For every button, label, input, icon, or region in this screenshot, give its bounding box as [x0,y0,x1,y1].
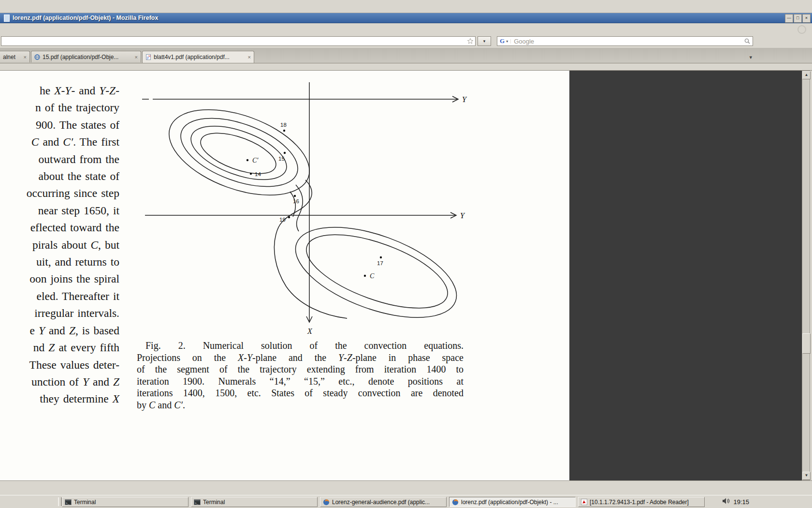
lorenz-figure: Y Y X 1815C′14161917C [135,76,493,340]
attractor-connector [274,180,347,318]
text-line: about the state of [0,168,119,185]
trajectory-point [380,256,382,258]
bookmark-star-icon[interactable] [467,38,474,46]
tab-close-icon[interactable]: × [135,54,138,60]
attractor-loop [196,125,281,182]
browser-content: he X-Y- and Y-Z-n of the trajectory900. … [0,71,802,480]
point-label: 16 [293,198,299,204]
search-placeholder[interactable]: Google [511,38,744,45]
point-label: C′ [252,157,259,164]
search-bar[interactable]: G ▾ Google [497,36,753,46]
taskbar-button-5[interactable]: [10.1.1.72.9413-1.pdf - Adobe Reader] [578,497,705,507]
text-line: unction of Y and Z [0,374,119,390]
svg-text:>_: >_ [195,501,199,505]
url-bar[interactable] [1,36,476,46]
figure-curves [142,82,468,336]
text-line: These values deter- [0,357,119,374]
tab-label: blatt4v1.pdf (application/pdf... [154,54,230,60]
scrollbar-thumb[interactable] [802,333,811,354]
maximize-button[interactable]: □ [794,14,802,23]
window-controls: — □ × [785,14,811,23]
screen: lorenz.pdf (application/pdf-Objekt) - Mo… [0,0,812,508]
window-icon [4,15,10,22]
trajectory-point [294,195,296,197]
search-magnifier-icon[interactable] [744,38,753,45]
text-line: occurring since step [0,185,119,202]
taskbar-button-2[interactable]: >_Terminal [191,497,318,507]
pdf-page: he X-Y- and Y-Z-n of the trajectory900. … [0,71,569,480]
window-titlebar: lorenz.pdf (application/pdf-Objekt) - Mo… [0,13,812,23]
attractor-loop [297,220,456,323]
close-button[interactable]: × [802,14,811,23]
point-label: C [370,272,375,280]
tab-bar: alnet×15.pdf (application/pdf-Obje...×pM… [0,48,812,63]
point-label: 17 [377,260,383,266]
volume-icon[interactable] [722,497,730,507]
attractor-loop [184,115,293,191]
scroll-up-icon[interactable]: ▲ [802,71,811,79]
menubar-row [0,23,812,35]
point-label: 19 [279,217,286,223]
text-line: C and C′. The first [0,134,119,150]
taskbar-button-3[interactable]: Lorenz-general-audience.pdf (applic... [320,497,447,507]
attractor-loop [158,93,321,212]
url-history-dropdown[interactable]: ▾ [478,36,491,46]
svg-text:M: M [148,55,150,58]
text-line: eflected toward the [0,219,119,236]
globe-favicon-icon [34,54,40,60]
caption-line: by C and C′. [137,399,464,411]
text-line: n of the trajectory [0,99,119,116]
tab-close-icon[interactable]: × [248,54,251,60]
attractor-loop [172,105,306,200]
search-engine-icon[interactable]: G [497,37,506,45]
tab-3[interactable]: pMblatt4v1.pdf (application/pdf...× [142,51,254,63]
caption-line: Projections on the X-Y-plane and the Y-Z… [137,352,464,364]
trajectory-point [284,152,286,154]
plugin-favicon-icon: pM [145,54,151,60]
tab-close-icon[interactable]: × [24,54,27,60]
text-line: pirals about C, but [0,237,119,254]
text-line: he X-Y- and Y-Z- [0,82,119,99]
taskbar-button-label: Lorenz-general-audience.pdf (applic... [332,499,430,506]
taskbar-button-1[interactable]: >_Terminal [62,497,188,507]
firefox-icon [452,499,459,506]
terminal-icon: >_ [194,499,201,505]
caption-line: iterations 1400, 1500, etc. States of st… [137,387,464,399]
tab-1[interactable]: alnet× [0,51,30,62]
window-inner-border [0,63,812,71]
clock: 19:15 [733,498,749,506]
taskbar-button-label: Terminal [74,499,96,506]
desktop-top-strip [0,0,812,13]
text-line: near step 1650, it [0,202,119,219]
text-line: 900. The states of [0,117,119,134]
system-tray: 19:15 [722,497,749,507]
status-bar [0,480,812,495]
firefox-icon [323,499,330,506]
tab-2[interactable]: 15.pdf (application/pdf-Obje...× [31,51,141,62]
trajectory-point [288,216,290,218]
url-input[interactable] [2,37,454,46]
pdf-left-column: he X-Y- and Y-Z-n of the trajectory900. … [0,82,119,408]
taskbar-button-label: [10.1.1.72.9413-1.pdf - Adobe Reader] [590,499,689,506]
point-label: 14 [255,171,261,177]
text-line: eled. Thereafter it [0,288,119,305]
tab-strip: alnet×15.pdf (application/pdf-Obje...×pM… [0,51,255,63]
taskbar-button-4[interactable]: lorenz.pdf (application/pdf-Objekt) - ..… [449,497,576,507]
navigation-toolbar: ▾ G ▾ Google [0,35,812,48]
tab-label: alnet [3,54,15,60]
terminal-icon: >_ [65,499,72,505]
trajectory-point [250,173,252,175]
minimize-button[interactable]: — [785,14,793,23]
list-all-tabs-button[interactable]: ▾ [749,54,752,60]
vertical-scrollbar[interactable]: ▲ ▼ [802,71,810,480]
attractor-loop [284,209,468,336]
axis-label-y-mid: Y [460,211,465,220]
taskbar-items: >_Terminal>_TerminalLorenz-general-audie… [62,497,705,507]
scroll-down-icon[interactable]: ▼ [802,472,811,480]
axis-label-x: X [307,327,313,335]
text-line: outward from the [0,151,119,168]
figure-caption: Fig. 2. Numerical solution of the convec… [137,340,464,411]
taskbar-handle[interactable] [58,497,62,506]
throbber-icon [798,25,806,34]
search-engine-dropdown-icon[interactable]: ▾ [506,39,511,44]
